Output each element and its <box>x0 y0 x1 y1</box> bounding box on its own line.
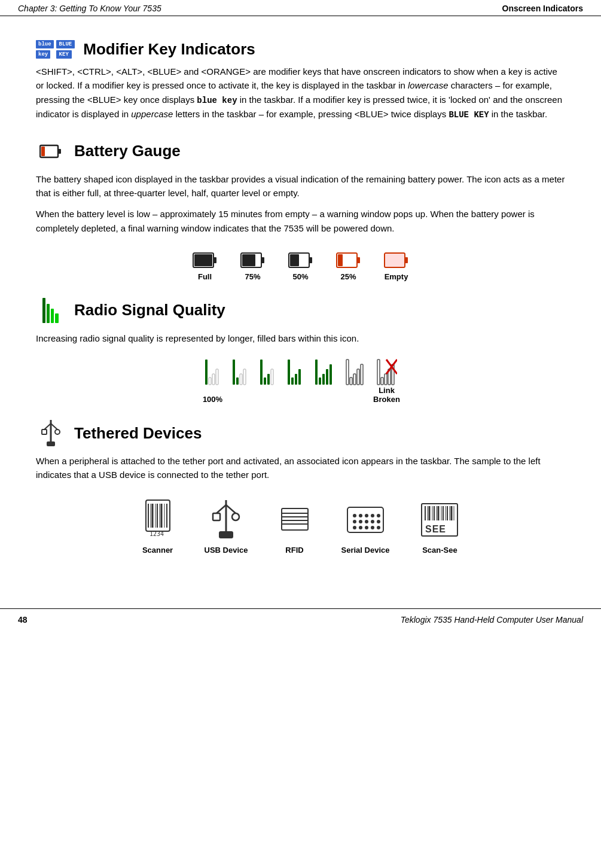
signal-body-text: Increasing radio signal quality is repre… <box>36 331 565 345</box>
svg-rect-27 <box>240 374 242 385</box>
svg-rect-78 <box>282 508 308 530</box>
scan-see-label: Scan-See <box>422 546 457 555</box>
battery-25-icon <box>336 252 361 269</box>
tether-devices-row: 1234 Scanner USB Device <box>36 499 565 555</box>
svg-line-56 <box>51 424 57 430</box>
signal-broken-label: Link Broken <box>373 386 400 404</box>
svg-rect-37 <box>315 360 318 385</box>
tether-section-title: Tethered Devices <box>74 424 202 443</box>
svg-rect-47 <box>377 360 380 385</box>
tether-section-heading: Tethered Devices <box>36 418 565 448</box>
svg-rect-44 <box>353 374 356 385</box>
svg-rect-21 <box>205 360 208 385</box>
signal-broken-item <box>377 358 397 386</box>
svg-rect-24 <box>216 369 218 385</box>
key-uppercase-icon: KEY <box>56 50 72 59</box>
svg-rect-13 <box>357 257 360 263</box>
svg-rect-10 <box>309 257 312 263</box>
svg-line-74 <box>226 505 236 513</box>
page-header: Chapter 3: Getting To Know Your 7535 Ons… <box>0 0 601 16</box>
svg-rect-23 <box>212 374 215 385</box>
svg-rect-34 <box>291 377 294 385</box>
serial-device-icon <box>345 499 386 541</box>
svg-rect-20 <box>55 313 59 323</box>
svg-rect-18 <box>47 304 50 323</box>
svg-rect-11 <box>290 254 299 266</box>
usb-device-icon <box>209 499 243 541</box>
rfid-icon <box>278 499 312 541</box>
svg-point-84 <box>353 514 356 517</box>
footer-text: Teklogix 7535 Hand-Held Computer User Ma… <box>401 615 583 625</box>
svg-rect-30 <box>264 377 266 385</box>
rfid-item: RFID <box>278 499 312 555</box>
svg-point-92 <box>371 520 374 523</box>
svg-rect-15 <box>385 253 405 267</box>
signal-section-heading: Radio Signal Quality <box>36 296 565 325</box>
svg-point-85 <box>359 514 362 517</box>
battery-75-label: 75% <box>245 272 260 281</box>
signal-labels-row: 100% Link Broken <box>205 386 397 404</box>
blue-lowercase-icon: blue <box>36 40 54 48</box>
battery-section-icon <box>36 136 66 166</box>
svg-rect-42 <box>346 360 349 385</box>
svg-text:SEE: SEE <box>425 524 446 534</box>
svg-rect-29 <box>260 360 263 385</box>
svg-point-86 <box>365 514 368 517</box>
signal-100-label-col: 100% <box>205 395 221 404</box>
svg-rect-57 <box>42 430 47 434</box>
modifier-section-heading: blue key BLUE KEY Modifier Key Indicator… <box>36 40 565 59</box>
battery-levels-row: Full 75% 50% 2 <box>36 252 565 281</box>
svg-rect-28 <box>243 369 246 385</box>
scanner-icon: 1234 <box>141 499 175 541</box>
scan-see-icon: SEE <box>419 499 460 541</box>
signal-5-icon <box>315 358 335 386</box>
battery-body2: When the battery level is low – approxim… <box>36 207 565 235</box>
battery-75-item: 75% <box>240 252 266 281</box>
svg-point-95 <box>359 526 362 529</box>
signal-broken-icon <box>377 358 397 386</box>
svg-point-97 <box>371 526 374 529</box>
battery-section-heading: Battery Gauge <box>36 136 565 166</box>
svg-rect-1 <box>58 149 61 154</box>
signal-6-item <box>346 358 366 386</box>
svg-text:1234: 1234 <box>150 531 164 537</box>
svg-rect-33 <box>288 360 290 385</box>
battery-empty-label: Empty <box>385 272 408 281</box>
svg-point-96 <box>365 526 368 529</box>
svg-point-87 <box>371 514 374 517</box>
svg-rect-16 <box>405 257 408 263</box>
page-footer: 48 Teklogix 7535 Hand-Held Computer User… <box>0 608 601 631</box>
svg-rect-26 <box>236 377 239 385</box>
battery-empty-item: Empty <box>384 252 409 281</box>
battery-75-icon <box>240 252 266 269</box>
svg-line-73 <box>216 505 226 513</box>
signal-4-icon <box>287 358 304 386</box>
signal-section-title: Radio Signal Quality <box>74 301 225 319</box>
svg-point-89 <box>353 520 356 523</box>
battery-body1: The battery shaped icon displayed in the… <box>36 172 565 200</box>
battery-full-icon <box>193 252 218 269</box>
svg-rect-48 <box>381 377 383 385</box>
battery-empty-icon <box>384 252 409 269</box>
svg-rect-32 <box>271 369 273 385</box>
svg-rect-36 <box>298 369 301 385</box>
chapter-title: Chapter 3: Getting To Know Your 7535 <box>18 4 161 13</box>
svg-point-98 <box>377 526 380 529</box>
svg-rect-7 <box>261 257 264 263</box>
svg-rect-25 <box>233 360 235 385</box>
page-content: blue key BLUE KEY Modifier Key Indicator… <box>0 16 601 584</box>
battery-full-item: Full <box>193 252 218 281</box>
signal-100-label: 100% <box>203 395 222 404</box>
signal-3-icon <box>260 358 276 386</box>
scanner-label: Scanner <box>142 546 173 555</box>
battery-full-label: Full <box>198 272 212 281</box>
scan-see-item: SEE Scan-See <box>419 499 460 555</box>
svg-rect-5 <box>194 254 212 266</box>
signal-5-item <box>315 358 335 386</box>
battery-25-label: 25% <box>340 272 356 281</box>
svg-rect-45 <box>357 369 359 385</box>
svg-rect-19 <box>51 309 54 323</box>
battery-25-item: 25% <box>336 252 361 281</box>
scanner-item: 1234 Scanner <box>141 499 175 555</box>
section-title: Onscreen Indicators <box>502 4 583 13</box>
